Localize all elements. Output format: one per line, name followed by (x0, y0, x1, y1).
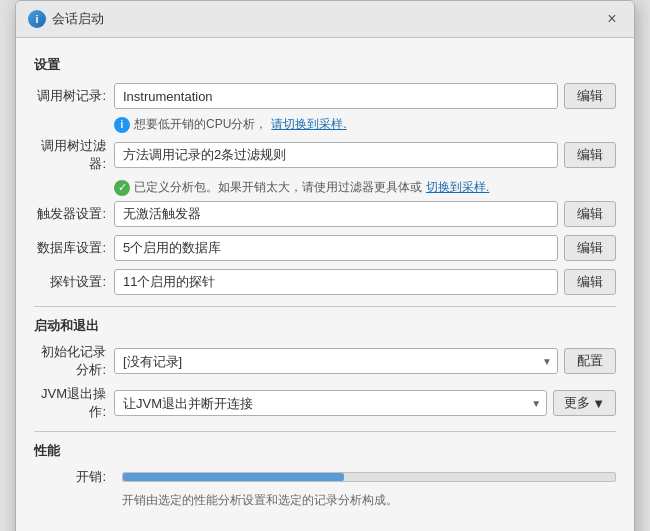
performance-section-title: 性能 (34, 442, 616, 460)
dialog-body: 设置 调用树记录: 编辑 i 想要低开销的CPU分析， 请切换到采样. 调用树过… (16, 38, 634, 523)
call-tree-filter-edit-btn[interactable]: 编辑 (564, 142, 616, 168)
settings-section-title: 设置 (34, 56, 616, 74)
dialog-icon: i (28, 10, 46, 28)
init-record-select-wrapper: [没有记录] ▼ (114, 348, 558, 374)
call-tree-record-input[interactable] (114, 83, 558, 109)
performance-section: 性能 开销: 开销由选定的性能分析设置和选定的记录分析构成。 (34, 442, 616, 509)
database-input[interactable] (114, 235, 558, 261)
database-label: 数据库设置: (34, 239, 114, 257)
trigger-edit-btn[interactable]: 编辑 (564, 201, 616, 227)
call-tree-record-label: 调用树记录: (34, 87, 114, 105)
jvm-exit-label: JVM退出操作: (34, 385, 114, 421)
info-cpu-text: 想要低开销的CPU分析， (134, 116, 267, 133)
close-button[interactable]: × (602, 9, 622, 29)
info-analysis-text: 已定义分析包。如果开销太大，请使用过滤器更具体或 (134, 179, 422, 196)
trigger-input[interactable] (114, 201, 558, 227)
jvm-exit-select[interactable]: 让JVM退出并断开连接 (114, 390, 547, 416)
more-btn-arrow: ▼ (592, 396, 605, 411)
call-tree-record-edit-btn[interactable]: 编辑 (564, 83, 616, 109)
trigger-content: 编辑 (114, 201, 616, 227)
init-record-row: 初始化记录分析: [没有记录] ▼ 配置 (34, 343, 616, 379)
database-content: 编辑 (114, 235, 616, 261)
title-bar: i 会话启动 × (16, 1, 634, 38)
jvm-exit-row: JVM退出操作: 让JVM退出并断开连接 ▼ 更多 ▼ (34, 385, 616, 421)
overhead-description: 开销由选定的性能分析设置和选定的记录分析构成。 (34, 492, 616, 509)
call-tree-filter-row: 调用树过滤器: 编辑 (34, 137, 616, 173)
call-tree-record-row: 调用树记录: 编辑 (34, 82, 616, 110)
startup-section-title: 启动和退出 (34, 317, 616, 335)
call-tree-record-content: 编辑 (114, 83, 616, 109)
init-record-select[interactable]: [没有记录] (114, 348, 558, 374)
info-blue-icon: i (114, 117, 130, 133)
call-tree-filter-content: 编辑 (114, 142, 616, 168)
jvm-exit-select-wrapper: 让JVM退出并断开连接 ▼ (114, 390, 547, 416)
trigger-row: 触发器设置: 编辑 (34, 200, 616, 228)
probe-label: 探针设置: (34, 273, 114, 291)
more-btn-label: 更多 (564, 394, 590, 412)
probe-content: 编辑 (114, 269, 616, 295)
overhead-label: 开销: (34, 468, 114, 486)
database-row: 数据库设置: 编辑 (34, 234, 616, 262)
info-green-icon: ✓ (114, 180, 130, 196)
probe-input[interactable] (114, 269, 558, 295)
info-cpu-row: i 想要低开销的CPU分析， 请切换到采样. (34, 116, 616, 133)
dialog-title: 会话启动 (52, 10, 104, 28)
more-btn[interactable]: 更多 ▼ (553, 390, 616, 416)
database-edit-btn[interactable]: 编辑 (564, 235, 616, 261)
info-analysis-link[interactable]: 切换到采样. (426, 179, 489, 196)
probe-row: 探针设置: 编辑 (34, 268, 616, 296)
overhead-progress-fill (123, 473, 344, 481)
info-cpu-link[interactable]: 请切换到采样. (271, 116, 346, 133)
trigger-label: 触发器设置: (34, 205, 114, 223)
init-record-label: 初始化记录分析: (34, 343, 114, 379)
title-bar-left: i 会话启动 (28, 10, 104, 28)
init-record-content: [没有记录] ▼ 配置 (114, 348, 616, 374)
call-tree-filter-label: 调用树过滤器: (34, 137, 114, 173)
overhead-row: 开销: (34, 468, 616, 486)
jvm-exit-content: 让JVM退出并断开连接 ▼ 更多 ▼ (114, 390, 616, 416)
session-start-dialog: i 会话启动 × 设置 调用树记录: 编辑 i 想要低开销的CPU分析， 请切换… (15, 0, 635, 531)
configure-btn[interactable]: 配置 (564, 348, 616, 374)
info-analysis-row: ✓ 已定义分析包。如果开销太大，请使用过滤器更具体或 切换到采样. (34, 179, 616, 196)
call-tree-filter-input[interactable] (114, 142, 558, 168)
overhead-progress-bar (122, 472, 616, 482)
probe-edit-btn[interactable]: 编辑 (564, 269, 616, 295)
